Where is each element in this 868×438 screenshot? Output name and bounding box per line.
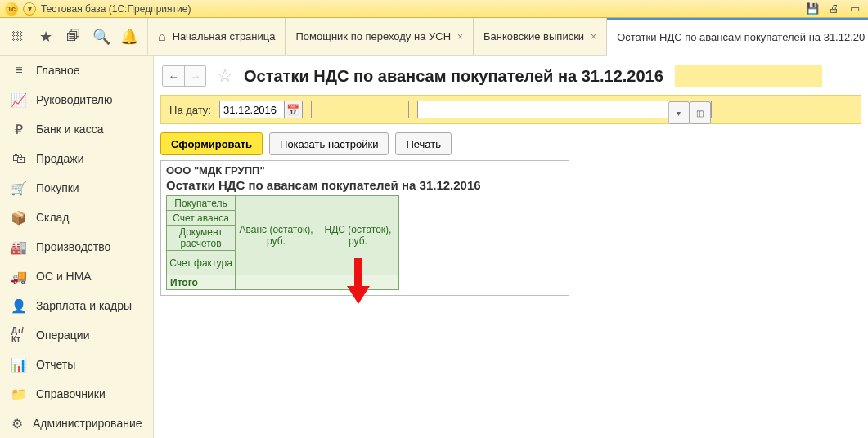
calendar-button[interactable]: 📅	[285, 101, 303, 118]
col-header-avans: Аванс (остаток), руб.	[236, 196, 317, 275]
tabs: ⌂ Начальная страница Помощник по переход…	[148, 18, 868, 56]
tab-bank[interactable]: Банковские выписки ×	[474, 18, 607, 55]
sidebar-item-bank[interactable]: ₽Банк и касса	[0, 114, 153, 144]
chart-icon: 📈	[11, 92, 26, 108]
app-menu-button[interactable]: ▾	[23, 2, 36, 16]
report-table: Покупатель Аванс (остаток), руб. НДС (ос…	[166, 195, 399, 290]
param-bar: На дату: 📅 ▾ ◫	[160, 95, 861, 124]
action-bar: Сформировать Показать настройки Печать	[160, 132, 861, 155]
clipboard-icon[interactable]: 🗊	[65, 29, 82, 45]
sidebar-item-director[interactable]: 📈Руководителю	[0, 85, 153, 114]
col-header-nds-label: НДС (остаток), руб.	[325, 224, 392, 247]
bell-icon[interactable]: 🔔	[121, 29, 137, 45]
tab-usn[interactable]: Помощник по переходу на УСН ×	[286, 18, 474, 55]
row-header: Покупатель	[167, 196, 236, 211]
title-highlight	[675, 65, 822, 87]
sidebar: ≡Главное 📈Руководителю ₽Банк и касса 🛍Пр…	[0, 56, 154, 438]
gear-icon: ⚙	[11, 416, 23, 431]
tab-label: Банковские выписки	[483, 30, 584, 42]
ruble-icon: ₽	[11, 122, 26, 137]
main: ← → ☆ Остатки НДС по авансам покупателей…	[154, 56, 868, 438]
tab-home-label: Начальная страница	[173, 30, 276, 42]
sidebar-item-assets[interactable]: 🚚ОС и НМА	[0, 261, 153, 291]
tab-nds[interactable]: Остатки НДС по авансам покупателей на 31…	[607, 18, 868, 56]
tab-home[interactable]: ⌂ Начальная страница	[148, 18, 286, 55]
report-company: ООО "МДК ГРУПП"	[166, 164, 564, 177]
forward-button[interactable]: →	[184, 66, 205, 86]
sidebar-item-label: Главное	[36, 64, 142, 77]
org-combo-value	[418, 101, 668, 118]
org-highlight-field[interactable]	[311, 101, 409, 118]
sidebar-item-refs[interactable]: 📁Справочники	[0, 379, 153, 409]
folder-icon: 📁	[11, 387, 26, 402]
sidebar-item-label: Отчеты	[36, 358, 142, 371]
date-field: 📅	[219, 101, 303, 118]
sidebar-item-label: Склад	[36, 211, 142, 224]
factory-icon: 🏭	[11, 239, 26, 255]
home-icon: ⌂	[158, 29, 166, 44]
print-button[interactable]: Печать	[395, 132, 452, 155]
sidebar-item-label: Руководителю	[36, 93, 142, 106]
back-button[interactable]: ←	[163, 66, 184, 86]
row-header: Документ расчетов	[167, 226, 236, 251]
sidebar-item-label: Зарплата и кадры	[36, 299, 142, 312]
row-header: Счет фактура	[167, 251, 236, 275]
window-title: Тестовая база (1С:Предприятие)	[41, 3, 191, 15]
window-controls-icon[interactable]: ▭	[847, 2, 863, 15]
titlebar: 1c ▾ Тестовая база (1С:Предприятие) 💾 🖨 …	[0, 0, 868, 18]
print-icon[interactable]: 🖨	[825, 2, 842, 15]
sidebar-item-label: Покупки	[36, 181, 142, 194]
sidebar-item-main[interactable]: ≡Главное	[0, 56, 153, 85]
star-icon[interactable]: ★	[38, 29, 54, 45]
person-icon: 👤	[11, 298, 26, 314]
show-settings-button[interactable]: Показать настройки	[269, 132, 389, 155]
close-icon[interactable]: ×	[591, 31, 596, 42]
toolbar-row: 𐄡 ★ 🗊 🔍 🔔 ⌂ Начальная страница Помощник …	[0, 18, 868, 56]
toolbar-left: 𐄡 ★ 🗊 🔍 🔔	[0, 18, 148, 56]
report-title: Остатки НДС по авансам покупателей на 31…	[166, 178, 564, 192]
page-title: Остатки НДС по авансам покупателей на 31…	[244, 67, 663, 86]
body: ≡Главное 📈Руководителю ₽Банк и касса 🛍Пр…	[0, 56, 868, 438]
total-label: Итого	[167, 275, 236, 290]
menu-icon: ≡	[11, 63, 26, 78]
barchart-icon: 📊	[11, 357, 26, 373]
generate-button[interactable]: Сформировать	[160, 132, 263, 155]
truck-icon: 🚚	[11, 269, 26, 284]
sidebar-item-label: ОС и НМА	[36, 270, 142, 283]
search-icon[interactable]: 🔍	[93, 29, 110, 45]
sidebar-item-ops[interactable]: Дт/КтОперации	[0, 320, 153, 350]
favorite-star-icon[interactable]: ☆	[214, 65, 236, 87]
apps-icon[interactable]: 𐄡	[10, 29, 26, 45]
sidebar-item-hr[interactable]: 👤Зарплата и кадры	[0, 291, 153, 320]
sidebar-item-label: Справочники	[36, 387, 142, 400]
open-ref-icon[interactable]: ◫	[690, 101, 711, 124]
close-icon[interactable]: ×	[457, 31, 463, 42]
sidebar-item-label: Производство	[36, 240, 142, 253]
date-label: На дату:	[169, 104, 211, 116]
sidebar-item-label: Продажи	[36, 152, 142, 165]
sidebar-item-warehouse[interactable]: 📦Склад	[0, 203, 153, 232]
sidebar-item-admin[interactable]: ⚙Администрирование	[0, 409, 153, 438]
total-avans-cell	[236, 275, 317, 290]
save-icon[interactable]: 💾	[804, 2, 821, 15]
chevron-down-icon[interactable]: ▾	[668, 101, 690, 124]
tab-label: Помощник по переходу на УСН	[295, 30, 451, 42]
page-head: ← → ☆ Остатки НДС по авансам покупателей…	[154, 56, 868, 95]
cart-icon: 🛒	[11, 181, 26, 196]
row-header: Счет аванса	[167, 211, 236, 226]
org-combo[interactable]: ▾ ◫	[417, 101, 712, 118]
box-icon: 📦	[11, 210, 26, 226]
app-logo-icon: 1c	[5, 2, 18, 16]
report-box: ООО "МДК ГРУПП" Остатки НДС по авансам п…	[160, 160, 569, 296]
sidebar-item-sales[interactable]: 🛍Продажи	[0, 144, 153, 173]
sidebar-item-reports[interactable]: 📊Отчеты	[0, 350, 153, 379]
date-input[interactable]	[219, 101, 285, 118]
nav-buttons: ← →	[162, 65, 206, 87]
sidebar-item-production[interactable]: 🏭Производство	[0, 232, 153, 261]
sidebar-item-label: Банк и касса	[36, 123, 142, 136]
sidebar-item-purchases[interactable]: 🛒Покупки	[0, 173, 153, 203]
bag-icon: 🛍	[11, 151, 26, 166]
dtkt-icon: Дт/Кт	[11, 326, 26, 344]
tab-label: Остатки НДС по авансам покупателей на 31…	[617, 31, 865, 43]
sidebar-item-label: Администрирование	[33, 417, 142, 430]
